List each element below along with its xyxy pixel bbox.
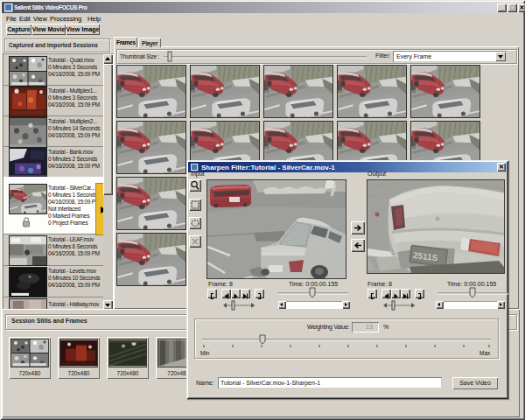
svg-text:Max: Max — [480, 350, 491, 356]
svg-text:Min: Min — [200, 350, 210, 356]
